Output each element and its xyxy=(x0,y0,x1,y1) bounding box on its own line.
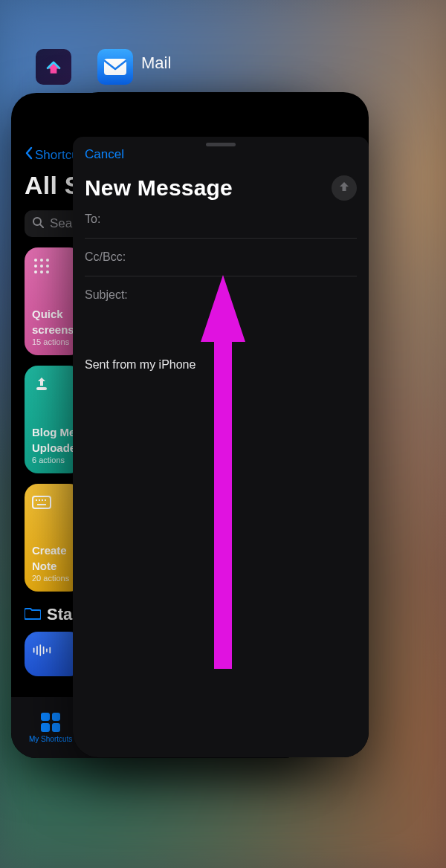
svg-point-3 xyxy=(40,259,43,262)
ccbcc-field[interactable]: Cc/Bcc: xyxy=(85,239,357,276)
svg-point-6 xyxy=(40,265,43,268)
chevron-left-icon xyxy=(25,146,33,163)
app-card-mail[interactable]: Cancel New Message To: Cc/Bcc: Subject: … xyxy=(73,92,369,757)
tab-my-shortcuts[interactable]: My Shortcuts xyxy=(29,713,72,743)
svg-point-7 xyxy=(46,265,49,268)
tile-title: Uploader xyxy=(32,441,75,454)
grid-icon xyxy=(41,713,60,732)
compose-sheet: Cancel New Message To: Cc/Bcc: Subject: … xyxy=(73,137,369,757)
mail-app-icon xyxy=(97,49,133,85)
upload-icon xyxy=(32,375,51,394)
svg-rect-11 xyxy=(36,387,47,390)
arrow-up-icon xyxy=(337,180,351,196)
to-field[interactable]: To: xyxy=(85,201,357,239)
svg-rect-13 xyxy=(36,499,37,501)
to-label: To: xyxy=(85,213,100,225)
svg-point-4 xyxy=(46,259,49,262)
svg-point-8 xyxy=(34,271,37,273)
tile-title: screenshot xyxy=(32,323,75,336)
folder-icon xyxy=(25,605,41,624)
shortcuts-app-icon xyxy=(36,49,71,85)
cancel-button[interactable]: Cancel xyxy=(85,147,357,162)
app-switcher[interactable]: Shortcuts All Shortcuts Search Quick scr… xyxy=(0,0,446,868)
subject-field[interactable]: Subject: xyxy=(85,276,357,314)
svg-rect-16 xyxy=(45,499,46,501)
send-button[interactable] xyxy=(332,175,357,201)
tile-title: Blog Media xyxy=(32,426,75,438)
tile-subtitle: 15 actions xyxy=(32,337,75,346)
sheet-grabber[interactable] xyxy=(206,143,236,146)
tab-label: My Shortcuts xyxy=(29,735,72,743)
search-icon xyxy=(32,216,44,232)
svg-line-1 xyxy=(40,224,43,227)
mail-app-label: Mail xyxy=(141,54,171,73)
grid-dots-icon xyxy=(32,256,51,276)
compose-title: New Message xyxy=(85,175,233,201)
svg-point-2 xyxy=(34,259,37,262)
svg-rect-14 xyxy=(39,499,40,501)
svg-rect-17 xyxy=(37,504,46,505)
tile-title: Create xyxy=(32,544,75,557)
keyboard-icon xyxy=(32,493,51,512)
ccbcc-label: Cc/Bcc: xyxy=(85,250,126,263)
tile-subtitle: 6 actions xyxy=(32,456,75,464)
waveform-icon xyxy=(32,641,51,660)
svg-rect-12 xyxy=(33,496,51,508)
svg-point-10 xyxy=(46,271,49,273)
svg-rect-15 xyxy=(42,499,43,501)
compose-body-signature[interactable]: Sent from my iPhone xyxy=(85,358,357,372)
tile-title: Note xyxy=(32,560,75,572)
svg-rect-24 xyxy=(104,59,126,75)
tile-title: Quick xyxy=(32,308,75,320)
tile-subtitle: 20 actions xyxy=(32,574,75,583)
svg-point-5 xyxy=(34,265,37,268)
subject-label: Subject: xyxy=(85,288,128,301)
svg-point-9 xyxy=(40,271,43,273)
